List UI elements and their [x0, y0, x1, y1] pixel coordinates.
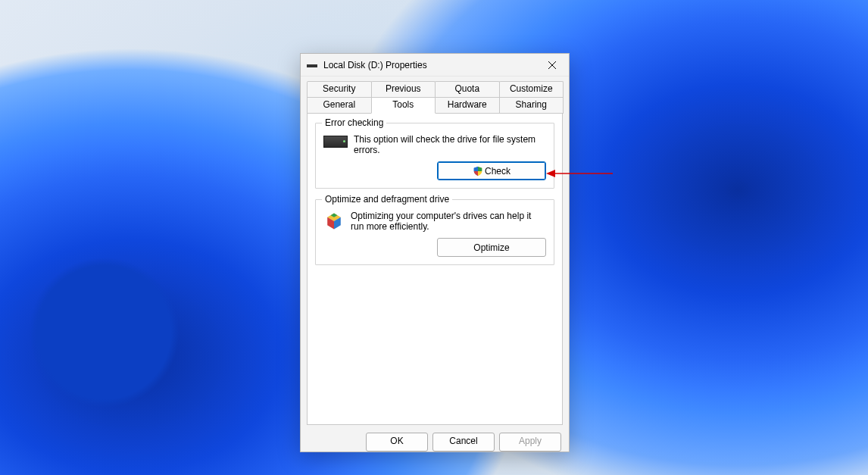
tab-tools[interactable]: Tools: [371, 97, 436, 114]
cancel-button[interactable]: Cancel: [432, 433, 495, 452]
group-optimize: Optimize and defragment drive Optimizing…: [315, 199, 554, 265]
apply-button[interactable]: Apply: [499, 433, 561, 452]
check-button[interactable]: Check: [437, 161, 546, 180]
ok-button[interactable]: OK: [366, 433, 428, 452]
tab-panel-tools: Error checking This option will check th…: [307, 114, 563, 425]
group-legend-error-checking: Error checking: [322, 117, 386, 128]
properties-dialog: Local Disk (D:) Properties Security Prev…: [300, 53, 570, 452]
drive-titlebar-icon: [307, 64, 317, 67]
optimize-button-label: Optimize: [473, 242, 509, 253]
tab-row-1: Security Previous Versions Quota Customi…: [307, 81, 563, 97]
uac-shield-icon: [473, 166, 483, 177]
group-legend-optimize: Optimize and defragment drive: [322, 194, 452, 205]
tab-security[interactable]: Security: [307, 81, 372, 97]
tab-sharing[interactable]: Sharing: [499, 97, 564, 114]
tab-customize[interactable]: Customize: [499, 81, 564, 97]
titlebar[interactable]: Local Disk (D:) Properties: [301, 54, 569, 77]
check-button-label: Check: [485, 166, 510, 177]
defrag-cube-icon: [323, 211, 345, 232]
optimize-description: Optimizing your computer's drives can he…: [351, 211, 546, 232]
tab-quota[interactable]: Quota: [435, 81, 500, 97]
tab-strip: Security Previous Versions Quota Customi…: [307, 81, 563, 114]
optimize-button[interactable]: Optimize: [437, 238, 546, 257]
drive-icon: [323, 136, 348, 148]
dialog-footer: OK Cancel Apply: [301, 425, 569, 452]
tab-previous-versions[interactable]: Previous Versions: [371, 81, 436, 97]
group-error-checking: Error checking This option will check th…: [315, 123, 554, 189]
error-checking-description: This option will check the drive for fil…: [354, 134, 546, 155]
tab-general[interactable]: General: [307, 97, 372, 114]
tab-hardware[interactable]: Hardware: [435, 97, 500, 114]
close-icon: [548, 61, 556, 69]
window-title: Local Disk (D:) Properties: [323, 60, 539, 70]
tab-row-2: General Tools Hardware Sharing: [307, 97, 563, 114]
close-button[interactable]: [539, 55, 566, 76]
